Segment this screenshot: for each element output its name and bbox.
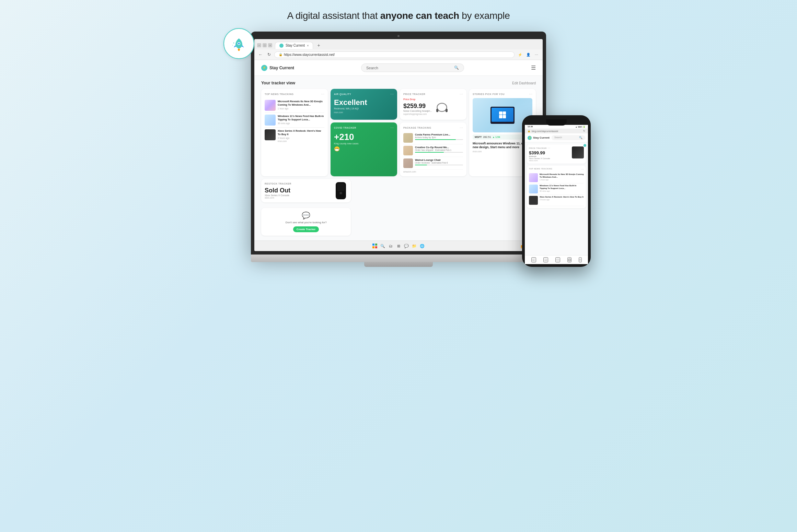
package-tracking-menu[interactable]: ⋯ [460,126,463,130]
phone-news-menu[interactable]: ⋯ [581,168,584,171]
phone-news-item-1[interactable]: Microsoft Reveals Its New 3D Emojis Comi… [529,172,584,184]
covid-menu[interactable]: ⋯ [390,126,394,130]
stock-change: ▲ 1.54 [492,136,500,138]
phone-menu-btn[interactable]: ↑ [579,257,582,262]
phone-news-text-3: Xbox Series X Restock: Here's How To Buy… [540,196,584,205]
edit-dashboard-btn[interactable]: Edit Dashboard [512,81,536,85]
taskbar-folder-btn[interactable]: 📁 [411,243,417,249]
app-logo-icon: ⚡ [261,65,267,71]
phone-notch [546,119,567,126]
package-thumb-2 [403,146,413,155]
stories-menu[interactable]: ⋯ [529,92,532,96]
close-win-btn[interactable]: × [268,43,272,47]
maximize-btn[interactable]: □ [263,43,267,47]
phone-news-thumb-1 [529,173,538,182]
news-item-3[interactable]: Xbox Series X Restock: Here's How To Buy… [265,128,324,144]
air-quality-header: AIR QUALITY ⋯ [334,92,394,96]
phone-lock-icon: 🔒 [528,130,530,132]
top-news-label: TOP NEWS TRACKING [265,93,293,95]
phone-tabs-btn[interactable]: ⊡ [567,257,571,262]
menu-btn[interactable]: ⋯ [533,51,540,58]
price-value-row: $259.99 Noise Cancelling headph... super… [403,101,463,116]
back-btn[interactable]: ← [257,51,264,58]
taskbar-edge-btn[interactable]: 🌐 [419,243,425,249]
tab-close-btn[interactable]: × [307,44,309,47]
extensions-btn[interactable]: ⚡ [517,51,523,58]
app-search-bar[interactable]: Search 🔍 [361,63,464,72]
taskbar-start-btn[interactable]: ⊞ [395,243,402,249]
new-tab-btn[interactable]: + [314,41,323,49]
taskbar-chat-btn[interactable]: 💬 [403,243,409,249]
taskbar-files-btn[interactable]: 🗂 [388,243,394,249]
phone-news-thumb-3 [529,196,538,205]
news-time-3: 3 hours ago [278,137,324,139]
scene-container: − □ × Stay Current × + ← ↻ [234,32,563,267]
phone-url-bar[interactable]: 🔒 bing.com/staycurrentassist ↻ [525,129,588,133]
price-value: $259.99 [403,103,432,110]
phone-share-btn[interactable]: ⋯ [555,257,560,262]
package-item-3[interactable]: Walnut Lounge Chair Order recieved · Est… [403,157,463,170]
phone-search-icon: 🔍 [579,136,582,139]
minimize-btn[interactable]: − [257,43,261,47]
svg-point-5 [234,46,235,47]
phone-refresh-icon[interactable]: ↻ [583,130,585,132]
package-tracking-label: PACKAGE TRACKING [403,127,431,129]
air-quality-menu[interactable]: ⋯ [390,92,394,96]
headline-prefix: A digital assistant that [287,10,380,21]
package-item-2[interactable]: Creative Co-Op Round Me... Order has shi… [403,144,463,157]
dont-see-text: Don't see what you're looking for? [286,221,327,224]
package-status-1: Arrives today by 3pm [415,136,463,139]
news-item-1[interactable]: Microsoft Reveals Its New 3D Emojis Comi… [265,98,324,113]
news-item-2[interactable]: Windows 11's News Feed Has Built-In Tipp… [265,113,324,128]
refresh-btn[interactable]: ↻ [266,51,272,58]
svg-point-2 [238,43,240,45]
rocket-icon [230,35,247,52]
svg-rect-13 [372,244,374,246]
notification-area [354,179,443,202]
phone-news-thumb-2 [529,185,538,193]
phone-news-card: TOP NEWS TRACKING ⋯ Microsoft Reveals It… [527,166,586,208]
hamburger-menu[interactable]: ☰ [531,64,536,71]
tab-title: Stay Current [286,44,305,47]
active-tab[interactable]: Stay Current × [275,42,313,49]
covid-header: COVID TRACKER ⋯ [334,126,394,130]
mini-laptop-screen [492,108,513,122]
phone-search-bar[interactable]: Search 🔍 [552,135,585,140]
price-tracker-menu[interactable]: ⋯ [460,92,463,96]
address-bar[interactable]: 🔒 https://www.staycurrentassist.net/ [274,51,515,58]
app-logo-text: Stay Current [269,66,294,70]
phone-logo-icon: ⚡ [528,136,532,140]
taskbar-search-btn[interactable]: 🔍 [380,243,386,249]
taskbar-windows-btn[interactable] [372,243,378,249]
phone-news-text-2: Windows 11's News Feed Has Built-In Tipp… [540,185,584,193]
phone-news-time-3: 3 hours ago [540,199,584,201]
package-tracking-card: PACKAGE TRACKING ⋯ Costa Farms Premium L… [400,122,466,176]
page-headline: A digital assistant that anyone can teac… [287,10,510,21]
dashboard-row3: 💬 Don't see what you're looking for? Cre… [261,179,536,236]
svg-rect-10 [337,184,345,191]
phone-price-menu[interactable]: ⋯ [547,146,550,150]
price-tracker-card: PRICE TRACKER ⋯ Price Drop $259.99 Noise… [400,89,466,120]
air-quality-label: AIR QUALITY [334,93,351,95]
headphone-image [434,101,450,116]
news-text-2: Windows 11's News Feed Has Built-In Tipp… [278,115,324,125]
phone-forward-btn[interactable]: → [543,257,548,262]
package-name-2: Creative Co-Op Round Me... [415,146,463,149]
tab-favicon [279,44,284,48]
covid-sublabel: King county new cases [334,142,394,145]
create-tracker-btn[interactable]: Create Tracker [293,226,319,232]
package-info-2: Creative Co-Op Round Me... Order has shi… [415,146,463,153]
profile-btn[interactable]: 👤 [525,51,532,58]
browser-tabs: − □ × Stay Current × + [254,39,543,49]
phone-news-item-3[interactable]: Xbox Series X Restock: Here's How To Buy… [529,195,584,206]
phone-back-btn[interactable]: ← [531,257,536,262]
news-time-1: 1 hour ago [278,107,324,110]
win11-logo [499,111,506,118]
browser-chrome: − □ × Stay Current × + ← ↻ [254,39,543,60]
package-item-1[interactable]: Costa Farms Premium Live... Arrives toda… [403,132,463,144]
news-time-2: 30 mins ago [278,122,324,125]
top-news-menu[interactable]: ⋯ [321,92,324,96]
phone-news-item-2[interactable]: Windows 11's News Feed Has Built-In Tipp… [529,184,584,195]
xbox-image [332,182,349,201]
phone-news-headline-3: Xbox Series X Restock: Here's How To Buy… [540,196,584,199]
